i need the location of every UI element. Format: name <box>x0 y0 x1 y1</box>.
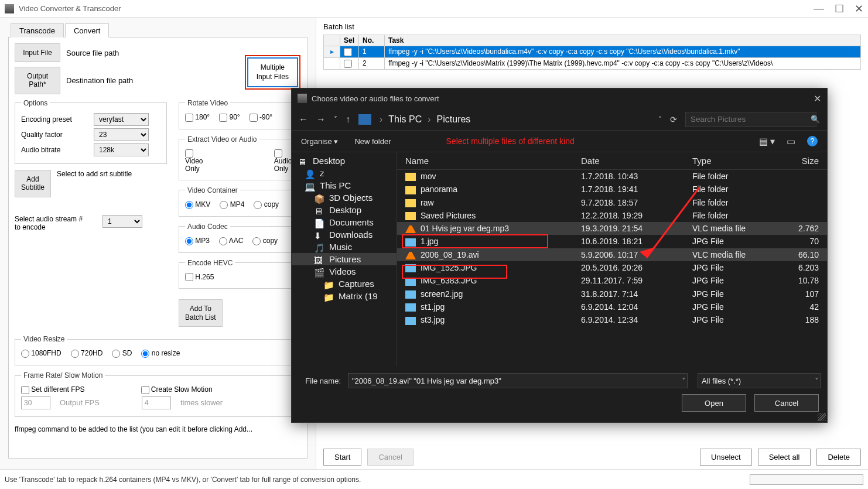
multiple-input-files-button[interactable]: Multiple Input Files <box>247 57 298 87</box>
organise-button[interactable]: Organise ▾ <box>301 137 338 146</box>
file-row[interactable]: 1.jpg10.6.2019. 18:21JPG File70 <box>397 235 827 248</box>
file-size: 107 <box>792 289 819 299</box>
col-size[interactable]: Size <box>792 156 819 166</box>
acodec-aac-radio[interactable] <box>219 237 227 245</box>
col-name[interactable]: Name <box>405 156 581 166</box>
col-date[interactable]: Date <box>581 156 692 166</box>
filename-dropdown-icon[interactable]: ˅ <box>682 377 686 385</box>
back-button[interactable]: ← <box>299 114 308 125</box>
input-file-button[interactable]: Input File <box>15 43 60 62</box>
filename-input[interactable] <box>348 373 688 388</box>
acodec-copy-radio[interactable] <box>252 237 261 245</box>
address-dropdown-icon[interactable]: ˅ <box>658 115 662 124</box>
view-layout-icon[interactable]: ▤ ▾ <box>759 136 775 147</box>
encoding-preset-select[interactable]: veryfast <box>94 113 149 126</box>
file-row[interactable]: st1.jpg6.9.2014. 12:04JPG File42 <box>397 300 827 313</box>
tab-transcode[interactable]: Transcode <box>11 23 64 37</box>
tree-item-pictures[interactable]: 🖼Pictures <box>292 253 397 265</box>
resize-sd-radio[interactable] <box>112 350 120 358</box>
dialog-tree[interactable]: 🖥Desktop👤z💻This PC📦3D Objects🖥Desktop📄Do… <box>292 152 397 366</box>
tree-item-this-pc[interactable]: 💻This PC <box>292 179 397 192</box>
resize-720-radio[interactable] <box>71 350 79 358</box>
close-button[interactable]: ✕ <box>855 2 863 15</box>
set-fps-checkbox[interactable] <box>21 386 29 394</box>
tree-item-3d-objects[interactable]: 📦3D Objects <box>292 192 397 204</box>
audio-stream-select[interactable]: 1 <box>102 215 142 228</box>
file-row[interactable]: IMG_6383.JPG29.11.2017. 7:59JPG File10.7… <box>397 274 827 287</box>
batch-row[interactable]: ▸ 1 ffmpeg -y -i "C:\Users\z\Videos\bund… <box>324 46 861 58</box>
add-to-batch-button[interactable]: Add To Batch List <box>179 299 223 327</box>
quality-factor-select[interactable]: 23 <box>94 128 149 141</box>
add-subtitle-button[interactable]: Add Subtitle <box>15 170 51 197</box>
file-row[interactable]: IMG_1525.JPG20.5.2016. 20:26JPG File6.20… <box>397 261 827 274</box>
tree-item-documents[interactable]: 📄Documents <box>292 216 397 228</box>
file-row[interactable]: 2006_08_19.avi5.9.2006. 10:17VLC media f… <box>397 248 827 261</box>
select-all-button[interactable]: Select all <box>758 449 811 466</box>
cancel-batch-button[interactable]: Cancel <box>367 449 413 466</box>
rotate-180-checkbox[interactable] <box>185 114 193 122</box>
resize-none-radio[interactable] <box>141 350 149 358</box>
slow-factor-input[interactable] <box>142 396 171 409</box>
breadcrumb-pictures[interactable]: Pictures <box>437 114 471 125</box>
container-mkv-radio[interactable] <box>185 201 193 209</box>
forward-button[interactable]: → <box>316 114 326 125</box>
breadcrumb[interactable]: › This PC › Pictures <box>380 114 470 125</box>
col-type[interactable]: Type <box>692 156 792 166</box>
rotate-neg90-checkbox[interactable] <box>250 114 258 122</box>
dialog-open-button[interactable]: Open <box>682 394 746 412</box>
audio-bitrate-select[interactable]: 128k <box>94 143 149 156</box>
tree-item-matrix-19[interactable]: 📁Matrix (19 <box>292 290 397 302</box>
refresh-icon[interactable]: ⟳ <box>670 115 677 124</box>
filetype-dropdown-icon[interactable]: ˅ <box>815 377 819 385</box>
preview-pane-icon[interactable]: ▭ <box>787 136 795 147</box>
video-only-checkbox[interactable] <box>185 149 193 158</box>
tab-convert[interactable]: Convert <box>65 23 110 37</box>
rotate-90-checkbox[interactable] <box>219 114 227 122</box>
file-type: VLC media file <box>692 250 792 259</box>
container-mp4-radio[interactable] <box>220 201 228 209</box>
maximize-button[interactable]: ☐ <box>835 2 844 15</box>
hevc-checkbox[interactable] <box>185 273 193 281</box>
resize-1080-radio[interactable] <box>21 350 29 358</box>
file-row[interactable]: Saved Pictures12.2.2018. 19:29File folde… <box>397 209 827 222</box>
batch-row[interactable]: 2 ffmpeg -y -i "C:\Users\z\Videos\Matrix… <box>324 57 861 69</box>
file-row[interactable]: screen2.jpg31.8.2017. 7:14JPG File107 <box>397 288 827 300</box>
tree-item-z[interactable]: 👤z <box>292 167 397 179</box>
hevc-fieldset: Encode HEVC H.265 <box>179 259 301 289</box>
file-row[interactable]: st3.jpg6.9.2014. 12:34JPG File188 <box>397 313 827 326</box>
tree-item-downloads[interactable]: ⬇Downloads <box>292 228 397 241</box>
file-name: IMG_6383.JPG <box>405 276 581 285</box>
start-button[interactable]: Start <box>323 449 361 466</box>
new-folder-button[interactable]: New folder <box>354 137 391 146</box>
output-path-button[interactable]: Output Path* <box>15 67 60 94</box>
tree-item-captures[interactable]: 📁Captures <box>292 278 397 290</box>
file-row[interactable]: 01 Hvis jeg var deg.mp319.3.2019. 21:54V… <box>397 222 827 235</box>
slow-motion-checkbox[interactable] <box>141 386 149 394</box>
dialog-close-button[interactable]: ✕ <box>814 93 821 104</box>
tree-item-desktop[interactable]: 🖥Desktop <box>292 155 397 167</box>
tree-item-desktop[interactable]: 🖥Desktop <box>292 204 397 216</box>
delete-button[interactable]: Delete <box>816 449 861 466</box>
recent-dropdown-icon[interactable]: ˅ <box>334 115 337 124</box>
fps-input[interactable] <box>21 396 50 409</box>
tree-item-music[interactable]: 🎵Music <box>292 241 397 253</box>
file-row[interactable]: raw9.7.2018. 18:57File folder <box>397 196 827 209</box>
batch-row-checkbox[interactable] <box>344 48 352 56</box>
file-row[interactable]: panorama1.7.2018. 19:41File folder <box>397 183 827 196</box>
filetype-select[interactable] <box>698 373 821 388</box>
batch-row-checkbox[interactable] <box>344 60 352 68</box>
dialog-cancel-button[interactable]: Cancel <box>754 394 819 412</box>
tree-item-videos[interactable]: 🎬Videos <box>292 265 397 278</box>
file-row[interactable]: mov1.7.2018. 10:43File folder <box>397 170 827 183</box>
up-button[interactable]: ↑ <box>346 114 350 125</box>
container-copy-radio[interactable] <box>254 201 262 209</box>
breadcrumb-thispc[interactable]: This PC <box>388 114 422 125</box>
audio-only-checkbox[interactable] <box>274 149 282 158</box>
resize-grip[interactable] <box>818 413 826 421</box>
acodec-mp3-radio[interactable] <box>185 237 193 245</box>
unselect-button[interactable]: Unselect <box>700 449 752 466</box>
filename-label: File name: <box>300 377 341 385</box>
minimize-button[interactable]: — <box>814 2 824 15</box>
dialog-search-input[interactable] <box>685 112 816 127</box>
help-icon[interactable]: ? <box>807 136 818 146</box>
